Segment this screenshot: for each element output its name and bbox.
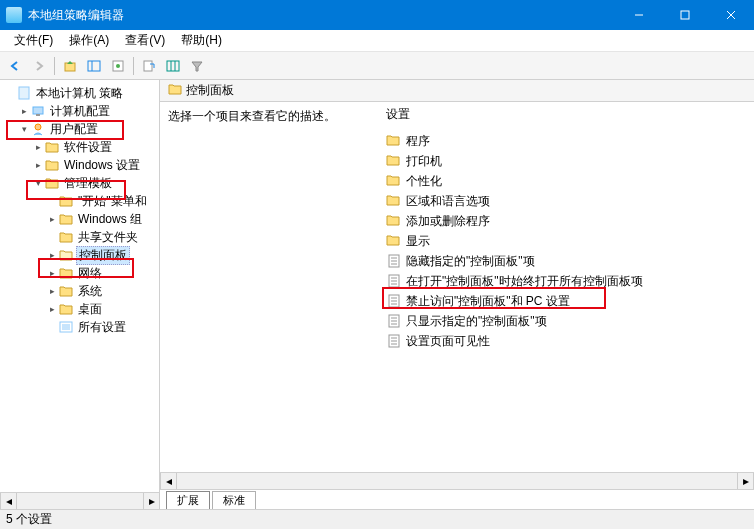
- caret-down-icon: ▾: [18, 123, 30, 135]
- menu-action[interactable]: 操作(A): [61, 30, 117, 51]
- tree-horizontal-scrollbar[interactable]: ◂ ▸: [0, 492, 160, 509]
- folder-icon: [58, 284, 74, 298]
- tree-system[interactable]: ▸ 系统: [4, 282, 159, 300]
- folder-icon: [44, 158, 60, 172]
- tree-user-config[interactable]: ▾ 用户配置: [4, 120, 159, 138]
- tab-extended[interactable]: 扩展: [166, 491, 210, 509]
- tree-control-panel[interactable]: ▸ 控制面板: [4, 246, 159, 264]
- tree-software-settings[interactable]: ▸ 软件设置: [4, 138, 159, 156]
- settings-column-header[interactable]: 设置: [380, 102, 754, 127]
- svg-rect-10: [167, 61, 179, 71]
- caret-down-icon: ▾: [32, 177, 44, 189]
- right-pane: 控制面板 选择一个项目来查看它的描述。 设置 程序 打印机 个性化 区域和语言选…: [160, 80, 754, 509]
- details-header: 控制面板: [160, 80, 754, 102]
- settings-folder-item[interactable]: 程序: [386, 131, 754, 151]
- filter-options-button[interactable]: [162, 55, 184, 77]
- content-area: 本地计算机 策略 ▸ 计算机配置 ▾ 用户配置 ▸ 软件设置 ▸ Windows…: [0, 80, 754, 509]
- svg-rect-9: [144, 61, 152, 71]
- folder-icon: [58, 194, 74, 208]
- app-icon: [6, 7, 22, 23]
- settings-list: 程序 打印机 个性化 区域和语言选项 添加或删除程序 显示 隐藏指定的"控制面板…: [380, 127, 754, 351]
- settings-policy-item[interactable]: 在打开"控制面板"时始终打开所有控制面板项: [386, 271, 754, 291]
- tree-root[interactable]: 本地计算机 策略: [4, 84, 159, 102]
- caret-right-icon: ▸: [46, 285, 58, 297]
- svg-rect-14: [33, 107, 43, 114]
- caret-right-icon: ▸: [46, 213, 58, 225]
- settings-policy-item[interactable]: 禁止访问"控制面板"和 PC 设置: [386, 291, 754, 311]
- close-button[interactable]: [708, 0, 754, 30]
- svg-rect-1: [681, 11, 689, 19]
- menubar: 文件(F) 操作(A) 查看(V) 帮助(H): [0, 30, 754, 52]
- settings-list-icon: [58, 320, 74, 334]
- svg-rect-5: [88, 61, 100, 71]
- folder-icon: [58, 302, 74, 316]
- policy-setting-icon: [386, 314, 402, 328]
- export-button[interactable]: [138, 55, 160, 77]
- caret-right-icon: ▸: [18, 105, 30, 117]
- policy-setting-icon: [386, 294, 402, 308]
- scroll-right-icon[interactable]: ▸: [737, 473, 754, 489]
- tree-all-settings[interactable]: 所有设置: [4, 318, 159, 336]
- caret-right-icon: ▸: [32, 141, 44, 153]
- folder-icon: [168, 83, 182, 98]
- settings-policy-item[interactable]: 只显示指定的"控制面板"项: [386, 311, 754, 331]
- folder-icon: [44, 140, 60, 154]
- settings-folder-item[interactable]: 打印机: [386, 151, 754, 171]
- folder-icon: [386, 134, 402, 148]
- scroll-left-icon[interactable]: ◂: [160, 473, 177, 489]
- tree-network[interactable]: ▸ 网络: [4, 264, 159, 282]
- user-icon: [30, 122, 46, 136]
- back-button[interactable]: [4, 55, 26, 77]
- settings-policy-item[interactable]: 设置页面可见性: [386, 331, 754, 351]
- caret-right-icon: ▸: [32, 159, 44, 171]
- folder-icon: [386, 214, 402, 228]
- tree-shared-folders[interactable]: 共享文件夹: [4, 228, 159, 246]
- toolbar: [0, 52, 754, 80]
- horizontal-scrollbar[interactable]: ◂ ▸: [160, 472, 754, 489]
- folder-icon: [58, 266, 74, 280]
- folder-icon: [58, 230, 74, 244]
- filter-button[interactable]: [186, 55, 208, 77]
- status-text: 5 个设置: [6, 511, 52, 528]
- tree-desktop[interactable]: ▸ 桌面: [4, 300, 159, 318]
- tab-standard[interactable]: 标准: [212, 491, 256, 509]
- computer-icon: [30, 104, 46, 118]
- tree-admin-templates[interactable]: ▾ 管理模板: [4, 174, 159, 192]
- tree-windows-components[interactable]: ▸ Windows 组: [4, 210, 159, 228]
- tree-windows-settings[interactable]: ▸ Windows 设置: [4, 156, 159, 174]
- tree-pane[interactable]: 本地计算机 策略 ▸ 计算机配置 ▾ 用户配置 ▸ 软件设置 ▸ Windows…: [0, 80, 160, 509]
- policy-setting-icon: [386, 334, 402, 348]
- tree-computer-config[interactable]: ▸ 计算机配置: [4, 102, 159, 120]
- menu-help[interactable]: 帮助(H): [173, 30, 230, 51]
- maximize-button[interactable]: [662, 0, 708, 30]
- titlebar: 本地组策略编辑器: [0, 0, 754, 30]
- statusbar: 5 个设置: [0, 509, 754, 529]
- settings-folder-item[interactable]: 显示: [386, 231, 754, 251]
- settings-folder-item[interactable]: 添加或删除程序: [386, 211, 754, 231]
- scroll-left-icon[interactable]: ◂: [0, 493, 17, 509]
- settings-folder-item[interactable]: 个性化: [386, 171, 754, 191]
- show-hide-tree-button[interactable]: [83, 55, 105, 77]
- folder-icon: [58, 212, 74, 226]
- scroll-right-icon[interactable]: ▸: [143, 493, 160, 509]
- settings-policy-item[interactable]: 隐藏指定的"控制面板"项: [386, 251, 754, 271]
- tree-start-menu[interactable]: "开始"菜单和: [4, 192, 159, 210]
- forward-button[interactable]: [28, 55, 50, 77]
- menu-file[interactable]: 文件(F): [6, 30, 61, 51]
- description-text: 选择一个项目来查看它的描述。: [168, 108, 372, 125]
- settings-folder-item[interactable]: 区域和语言选项: [386, 191, 754, 211]
- folder-icon: [44, 176, 60, 190]
- up-button[interactable]: [59, 55, 81, 77]
- folder-open-icon: [58, 248, 74, 262]
- minimize-button[interactable]: [616, 0, 662, 30]
- caret-right-icon: ▸: [46, 249, 58, 261]
- folder-icon: [386, 174, 402, 188]
- caret-right-icon: ▸: [46, 267, 58, 279]
- menu-view[interactable]: 查看(V): [117, 30, 173, 51]
- window-title: 本地组策略编辑器: [28, 7, 616, 24]
- details-header-title: 控制面板: [186, 82, 234, 99]
- details-tabs: 扩展 标准: [160, 489, 754, 509]
- folder-icon: [386, 194, 402, 208]
- properties-button[interactable]: [107, 55, 129, 77]
- policy-icon: [16, 86, 32, 100]
